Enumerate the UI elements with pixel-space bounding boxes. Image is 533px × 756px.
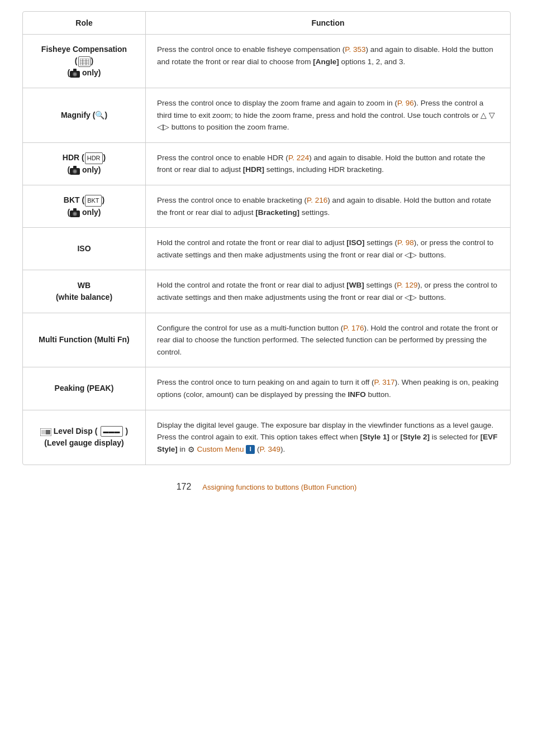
role-cell-peaking: Peaking (PEAK): [23, 367, 146, 409]
role-cell-bkt: BKT (BKT) ( only): [23, 185, 146, 227]
table-row: Level Disp (▬▬▬) (Level gauge display) D…: [23, 410, 510, 465]
table-row: Multi Function (Multi Fn) Configure the …: [23, 313, 510, 368]
role-label-magnify: Magnify (🔍): [61, 109, 107, 121]
custom-menu-badge: I: [246, 445, 255, 454]
role-cell-iso: ISO: [23, 228, 146, 270]
svg-rect-10: [73, 166, 77, 169]
role-cell-magnify: Magnify (🔍): [23, 88, 146, 142]
role-cell-leveldisp: Level Disp (▬▬▬) (Level gauge display): [23, 410, 146, 465]
hdr-icon: HDR: [85, 152, 103, 164]
role-cell-hdr: HDR (HDR) ( only): [23, 143, 146, 185]
level-bars-icon: ▬▬▬: [101, 426, 123, 437]
table-row: Fisheye Compensation (​ ) (: [23, 35, 510, 88]
role-cell-multifn: Multi Function (Multi Fn): [23, 313, 146, 367]
function-cell-multifn: Configure the control for use as a multi…: [146, 313, 510, 367]
function-header: Function: [146, 12, 510, 34]
hdr-link[interactable]: P. 224: [288, 154, 309, 162]
custom-menu-link[interactable]: Custom Menu: [197, 445, 244, 453]
svg-rect-6: [73, 69, 77, 71]
peaking-label: Peaking (PEAK): [55, 382, 114, 394]
wb-sublabel: (white balance): [56, 291, 112, 303]
table-header: Role Function: [23, 12, 510, 35]
magnify-link[interactable]: P. 96: [397, 99, 414, 107]
multifn-link[interactable]: P. 176: [343, 324, 364, 332]
table-row: BKT (BKT) ( only) Press the control once…: [23, 185, 510, 228]
gear-icon: ⚙: [188, 443, 195, 456]
svg-point-12: [74, 170, 77, 173]
bkt-link[interactable]: P. 216: [307, 196, 327, 204]
svg-rect-0: [80, 59, 89, 65]
hdr-camera-only: ( only): [67, 164, 101, 176]
role-cell-wb: WB (white balance): [23, 270, 146, 312]
multifn-label: Multi Function (Multi Fn): [39, 334, 130, 346]
hdr-label: HDR (HDR): [63, 152, 106, 164]
svg-point-16: [74, 213, 77, 216]
fisheye-icon: (​ ): [75, 55, 93, 67]
table-row: WB (white balance) Hold the control and …: [23, 270, 510, 313]
bkt-label: BKT (BKT): [64, 194, 104, 207]
function-cell-hdr: Press the control once to enable HDR (P.…: [146, 143, 510, 185]
bkt-camera-only: ( only): [67, 207, 101, 218]
leveldisp-label: Level Disp (▬▬▬): [40, 425, 128, 437]
svg-rect-14: [73, 208, 77, 211]
function-cell-magnify: Press the control once to display the zo…: [146, 88, 510, 142]
bkt-icon: BKT: [85, 195, 101, 207]
role-cell-fisheye: Fisheye Compensation (​ ) (: [23, 35, 146, 88]
iso-link[interactable]: P. 98: [397, 238, 414, 247]
svg-point-8: [74, 73, 77, 76]
role-header: Role: [23, 12, 146, 34]
function-cell-leveldisp: Display the digital level gauge. The exp…: [146, 410, 510, 465]
level-icon: [40, 425, 51, 437]
wb-label: WB: [78, 280, 91, 291]
fisheye-link[interactable]: P. 353: [345, 45, 365, 54]
function-cell-fisheye: Press the control once to enable fisheye…: [146, 35, 510, 88]
fisheye-camera-only: ( only): [67, 67, 101, 79]
table-row: Peaking (PEAK) Press the control once to…: [23, 367, 510, 410]
leveldisp-sublabel: (Level gauge display): [44, 437, 123, 449]
main-table: Role Function Fisheye Compensation (​ ) …: [22, 11, 511, 465]
page-number: 172: [177, 482, 192, 492]
page-footer: 172 Assigning functions to buttons (Butt…: [22, 482, 511, 492]
table-row: HDR (HDR) ( only) Press the control once…: [23, 143, 510, 185]
peaking-link[interactable]: P. 317: [374, 378, 395, 386]
function-cell-wb: Hold the control and rotate the front or…: [146, 270, 510, 312]
svg-rect-19: [41, 430, 46, 434]
leveldisp-link[interactable]: P. 349: [260, 445, 280, 453]
function-cell-bkt: Press the control once to enable bracket…: [146, 185, 510, 227]
iso-label: ISO: [77, 243, 91, 255]
function-cell-iso: Hold the control and rotate the front or…: [146, 228, 510, 270]
table-row: ISO Hold the control and rotate the fron…: [23, 228, 510, 270]
role-label-fisheye: Fisheye Compensation: [41, 44, 127, 55]
page-subtitle: Assigning functions to buttons (Button F…: [202, 483, 356, 491]
wb-link[interactable]: P. 129: [397, 281, 417, 289]
table-row: Magnify (🔍) Press the control once to di…: [23, 88, 510, 143]
function-cell-peaking: Press the control once to turn peaking o…: [146, 367, 510, 409]
